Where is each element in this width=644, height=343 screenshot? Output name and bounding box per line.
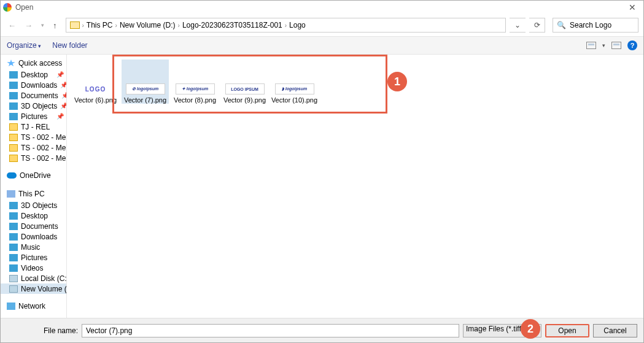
sidebar-item-3d-objects[interactable]: 3D Objects📌 <box>1 101 66 111</box>
folder-icon <box>9 155 18 162</box>
view-icon[interactable] <box>586 42 596 49</box>
help-icon[interactable]: ? <box>627 40 637 50</box>
desktop-icon <box>9 212 18 220</box>
file-name: Vector (6).png <box>72 94 119 104</box>
search-icon: 🔍 <box>557 21 566 29</box>
file-name: Vector (9).png <box>221 94 268 104</box>
music-icon <box>9 244 18 251</box>
drive-icon <box>9 275 18 282</box>
3d-objects-icon <box>9 202 18 209</box>
videos-icon <box>9 264 18 272</box>
cloud-icon <box>7 172 17 179</box>
annotation-callout-2: 2 <box>521 319 540 339</box>
cancel-button[interactable]: Cancel <box>593 324 637 337</box>
title-bar: Open ✕ <box>1 1 643 14</box>
recent-dropdown-icon[interactable]: ▾ <box>39 22 47 28</box>
documents-icon <box>9 223 18 230</box>
annotation-callout-1: 1 <box>387 72 407 91</box>
window-title: Open <box>15 3 33 12</box>
filename-input[interactable] <box>82 324 459 337</box>
search-input[interactable]: 🔍 Search Logo <box>553 18 638 33</box>
back-icon[interactable]: ← <box>6 21 18 30</box>
pictures-icon <box>9 254 18 261</box>
pin-icon: 📌 <box>60 82 67 88</box>
forward-icon: → <box>22 21 35 30</box>
sidebar-item-videos[interactable]: Videos <box>1 263 66 273</box>
organize-button[interactable]: Organize <box>7 41 41 50</box>
breadcrumb-dropdown-icon[interactable]: ⌄ <box>510 18 526 33</box>
star-icon <box>7 60 15 67</box>
pin-icon: 📌 <box>60 102 67 109</box>
breadcrumb-seg[interactable]: Logo <box>289 21 306 29</box>
sidebar-item-folder[interactable]: TS - 002 - Membuat <box>1 142 66 153</box>
computer-icon <box>70 21 80 29</box>
file-name: Vector (10).png <box>271 94 318 104</box>
app-icon <box>3 3 12 12</box>
sidebar-item-documents[interactable]: Documents📌 <box>1 90 66 101</box>
pin-icon: 📌 <box>56 71 64 78</box>
breadcrumb-seg[interactable]: Logo-20230623T035118Z-001 <box>182 21 282 29</box>
file-thumbnail: LOGO IPSUM <box>225 83 265 94</box>
file-thumbnail: ✦ logoipsum <box>176 83 215 94</box>
file-name: Vector (7).png <box>122 94 169 104</box>
sidebar-item-downloads[interactable]: Downloads📌 <box>1 80 66 90</box>
network-icon <box>7 303 15 310</box>
pc-icon <box>7 190 15 198</box>
new-folder-button[interactable]: New folder <box>52 41 87 50</box>
file-thumbnail: ⊘ logoipsum <box>126 83 165 94</box>
pictures-icon <box>9 113 18 120</box>
sidebar-quick-access[interactable]: Quick access <box>1 57 66 69</box>
folder-icon <box>9 144 18 152</box>
file-item[interactable]: ✦ logoipsum Vector (8).png <box>171 60 219 104</box>
nav-bar: ← → ▾ ↑ › This PC› New Volume (D:)› Logo… <box>1 14 643 36</box>
drive-icon <box>9 285 18 293</box>
sidebar: Quick access Desktop📌 Downloads📌 Documen… <box>1 55 67 319</box>
sidebar-item-folder[interactable]: TS - 002 - Membuat <box>1 153 66 163</box>
file-item[interactable]: LOGO IPSUM Vector (9).png <box>221 60 268 104</box>
search-placeholder: Search Logo <box>570 21 611 29</box>
sidebar-this-pc[interactable]: This PC <box>1 188 66 200</box>
pin-icon: 📌 <box>56 113 64 120</box>
breadcrumb[interactable]: › This PC› New Volume (D:)› Logo-2023062… <box>66 18 506 33</box>
sidebar-item-music[interactable]: Music <box>1 242 66 252</box>
close-icon[interactable]: ✕ <box>624 2 641 12</box>
file-item[interactable]: ◗ logoipsum Vector (10).png <box>271 60 318 104</box>
sidebar-item-pictures[interactable]: Pictures <box>1 252 66 263</box>
file-thumbnail: LOGO <box>76 83 115 94</box>
preview-pane-icon[interactable] <box>611 42 621 49</box>
sidebar-item-desktop[interactable]: Desktop <box>1 210 66 221</box>
sidebar-onedrive[interactable]: OneDrive <box>1 169 66 182</box>
refresh-icon[interactable]: ⟳ <box>529 18 545 33</box>
toolbar: Organize New folder ▾ ? <box>1 36 643 55</box>
folder-icon <box>9 123 18 131</box>
sidebar-item-local-disk[interactable]: Local Disk (C:) <box>1 273 66 283</box>
downloads-icon <box>9 82 18 89</box>
footer: File name: Image Files (*.tiff;*.jfif;*.… <box>1 318 643 342</box>
file-name: Vector (8).png <box>171 94 219 104</box>
file-area[interactable]: LOGO Vector (6).png ⊘ logoipsum Vector (… <box>67 55 643 319</box>
sidebar-network[interactable]: Network <box>1 300 66 312</box>
3d-objects-icon <box>9 102 18 110</box>
pin-icon: 📌 <box>61 92 67 99</box>
sidebar-item-new-volume[interactable]: New Volume (D:) <box>1 283 66 294</box>
sidebar-item-documents[interactable]: Documents <box>1 221 66 231</box>
sidebar-item-desktop[interactable]: Desktop📌 <box>1 69 66 80</box>
folder-icon <box>9 134 18 141</box>
up-icon[interactable]: ↑ <box>50 21 60 30</box>
downloads-icon <box>9 233 18 241</box>
breadcrumb-seg[interactable]: This PC <box>87 21 113 29</box>
sidebar-item-downloads[interactable]: Downloads <box>1 231 66 242</box>
filename-label: File name: <box>44 326 78 335</box>
sidebar-item-folder[interactable]: TS - 002 - Membuat <box>1 132 66 142</box>
desktop-icon <box>9 71 18 79</box>
breadcrumb-seg[interactable]: New Volume (D:) <box>120 21 176 29</box>
documents-icon <box>9 92 18 99</box>
file-thumbnail: ◗ logoipsum <box>275 83 314 94</box>
sidebar-item-folder[interactable]: TJ - REL <box>1 121 66 132</box>
file-item[interactable]: LOGO Vector (6).png <box>72 60 119 104</box>
sidebar-item-pictures[interactable]: Pictures📌 <box>1 111 66 121</box>
open-button[interactable]: Open <box>545 324 589 337</box>
sidebar-item-3d-objects[interactable]: 3D Objects <box>1 200 66 210</box>
file-item[interactable]: ⊘ logoipsum Vector (7).png <box>122 60 169 104</box>
